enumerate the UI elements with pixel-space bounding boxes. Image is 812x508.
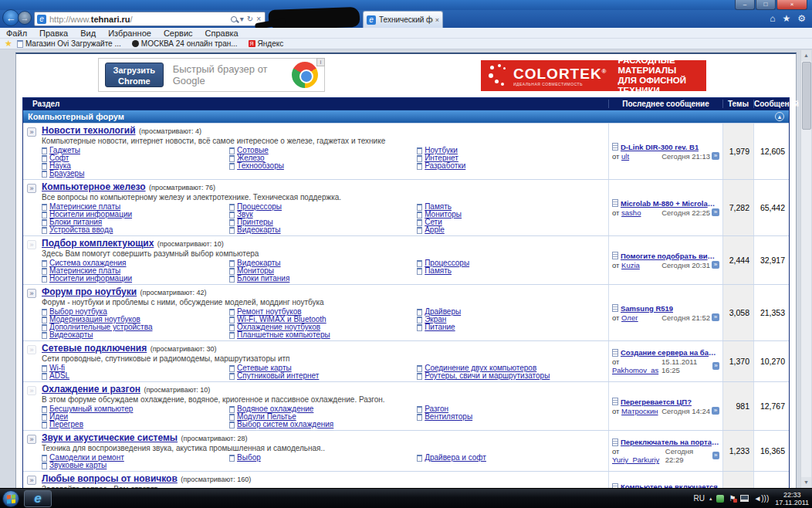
subforum-link[interactable]: Apple [425, 226, 445, 234]
goto-last-post-icon[interactable]: » [712, 208, 719, 216]
subforum-link[interactable]: Наука [49, 162, 71, 170]
subforum-link[interactable]: Идеи [49, 413, 68, 421]
subforum-link[interactable]: Браузеры [49, 170, 84, 178]
last-post-user-link[interactable]: ult [621, 152, 629, 161]
menu-tools[interactable]: Сервис [164, 29, 193, 38]
subforum-link[interactable]: ADSL [49, 372, 69, 380]
maximize-button[interactable]: □ [756, 0, 776, 10]
scrollbar-thumb[interactable] [802, 62, 811, 130]
favorites-star-icon[interactable]: ★ [5, 39, 12, 49]
subforum-link[interactable]: Самоделки и ремонт [49, 454, 124, 462]
subforum-link[interactable]: Драйверы [425, 308, 461, 316]
menu-edit[interactable]: Правка [39, 29, 68, 38]
subforum-link[interactable]: Соединение двух компьютеров [425, 364, 536, 372]
favorite-item[interactable]: Я Яндекс [249, 39, 284, 48]
favorite-item[interactable]: Магазин Ovi Загружайте ... [17, 39, 121, 48]
colortek-ad-banner[interactable]: COLORTEK® ИДЕАЛЬНАЯ СОВМЕСТИМОСТЬ РАСХОД… [481, 60, 706, 91]
taskbar-clock[interactable]: 22:33 17.11.2011 [775, 491, 809, 506]
scroll-down-icon[interactable]: ▼ [801, 477, 811, 488]
subforum-link[interactable]: Роутеры, свичи и маршрутизаторы [425, 372, 550, 380]
subforum-link[interactable]: Бесшумный компьютер [49, 405, 133, 413]
back-button[interactable]: ← [2, 9, 19, 26]
subforum-link[interactable]: Перегрев [49, 421, 83, 428]
last-post-title-link[interactable]: Samsung R519 [621, 304, 673, 313]
subforum-link[interactable]: Система охлаждения [49, 259, 127, 267]
forum-title-link[interactable]: Любые вопросы от новичков [42, 473, 178, 484]
refresh-icon[interactable]: ↻ [247, 15, 253, 23]
goto-last-post-icon[interactable]: » [712, 261, 719, 269]
chrome-ad-banner[interactable]: Загрузить Chrome Быстрый браузер от Goog… [98, 58, 325, 92]
collapse-icon[interactable]: ▴ [775, 112, 784, 121]
goto-last-post-icon[interactable]: » [712, 313, 719, 321]
subforum-link[interactable]: Звуковые карты [49, 462, 107, 469]
subforum-link[interactable]: Софт [49, 154, 69, 162]
network-tray-icon[interactable] [740, 495, 749, 502]
subforum-link[interactable]: Wi-fi [49, 364, 65, 372]
subforum-link[interactable]: Железо [237, 154, 265, 162]
last-post-user-link[interactable]: Олег [621, 313, 638, 322]
subforum-link[interactable]: Водяное охлаждение [237, 405, 313, 413]
subforum-link[interactable]: Экран [425, 316, 446, 323]
forum-title-link[interactable]: Сетевые подключения [42, 343, 147, 354]
subforum-link[interactable]: Устройства ввода [49, 226, 113, 234]
goto-last-post-icon[interactable]: » [712, 452, 719, 459]
close-button[interactable]: × [776, 0, 807, 10]
tab-close-icon[interactable]: × [435, 16, 439, 24]
subforum-link[interactable]: Блоки питания [237, 275, 289, 283]
subforum-link[interactable]: Ремонт ноутбуков [237, 308, 302, 316]
forward-button[interactable]: → [18, 11, 32, 25]
subforum-link[interactable]: Носители информации [49, 275, 132, 283]
forum-title-link[interactable]: Компьютерное железо [42, 181, 146, 192]
address-dropdown-icon[interactable]: ▾ [240, 15, 244, 23]
last-post-user-link[interactable]: Матроскин [621, 407, 658, 415]
subforum-link[interactable]: Память [425, 203, 452, 211]
last-post-user-link[interactable]: Pakhomov_as [612, 366, 658, 374]
subforum-link[interactable]: Мониторы [237, 267, 274, 275]
subforum-link[interactable]: Ноутбуки [425, 147, 458, 154]
subforum-link[interactable]: Технообзоры [237, 162, 284, 170]
subforum-link[interactable]: Планшетные компьютеры [237, 331, 330, 339]
last-post-title-link[interactable]: Microlab M-880 + Microlab pro... [621, 199, 719, 208]
language-indicator[interactable]: RU [693, 494, 704, 503]
goto-last-post-icon[interactable]: » [712, 362, 719, 370]
subforum-link[interactable]: Видеокарты [237, 226, 280, 234]
subforum-link[interactable]: Гаджеты [49, 147, 80, 154]
download-chrome-button[interactable]: Загрузить Chrome [105, 63, 164, 87]
forum-title-link[interactable]: Подбор комплектующих [42, 238, 154, 249]
antivirus-tray-icon[interactable] [716, 495, 724, 503]
subforum-link[interactable]: Драйвера и софт [425, 454, 486, 462]
minimize-button[interactable]: – [735, 0, 755, 10]
subforum-link[interactable]: Разработки [425, 162, 465, 170]
favorites-icon[interactable]: ★ [782, 13, 790, 24]
subforum-link[interactable]: Вентиляторы [425, 413, 472, 421]
last-post-title-link[interactable]: Переключатель на портативной... [621, 438, 719, 446]
browser-tab[interactable]: e Технический форум × [363, 11, 443, 28]
home-icon[interactable]: ⌂ [770, 13, 775, 24]
subforum-link[interactable]: Мониторы [425, 211, 462, 218]
subforum-link[interactable]: Wi-Fi, WiMAX и Bluetooth [237, 316, 326, 323]
last-post-user-link[interactable]: Kuzia [621, 261, 640, 269]
subforum-link[interactable]: Модули Пельтье [237, 413, 296, 421]
volume-tray-icon[interactable]: ◄))) [753, 494, 769, 503]
subforum-link[interactable]: Выбор систем охлаждения [237, 421, 333, 428]
last-post-user-link[interactable]: sasho [621, 208, 641, 217]
subforum-link[interactable]: Выбор ноутбука [49, 308, 107, 316]
goto-last-post-icon[interactable]: » [712, 407, 719, 415]
subforum-link[interactable]: Спутниковый интернет [237, 372, 319, 380]
forum-title-link[interactable]: Новости технологий [42, 125, 136, 136]
subforum-link[interactable]: Память [425, 267, 452, 275]
subforum-link[interactable]: Процессоры [237, 203, 282, 211]
taskbar-ie-button[interactable]: e [24, 490, 52, 507]
subforum-link[interactable]: Питание [425, 323, 455, 331]
ad-info-icon[interactable]: i [316, 58, 325, 66]
tray-expand-icon[interactable]: ▴ [709, 496, 712, 502]
last-post-title-link[interactable]: D-Link DIR-300 rev. B1 [621, 143, 699, 151]
menu-view[interactable]: Вид [80, 29, 96, 38]
category-title[interactable]: Компьютерный форум [28, 112, 124, 121]
last-post-title-link[interactable]: Компьютер не включается [621, 483, 718, 488]
tools-gear-icon[interactable]: ⚙ [797, 13, 806, 24]
last-post-user-link[interactable]: Yuriy_Parkuriy [612, 456, 659, 464]
vertical-scrollbar[interactable]: ▲ ▼ [800, 50, 811, 488]
search-icon[interactable] [231, 16, 237, 22]
last-post-title-link[interactable]: Создание сервера на базе... [621, 348, 719, 357]
